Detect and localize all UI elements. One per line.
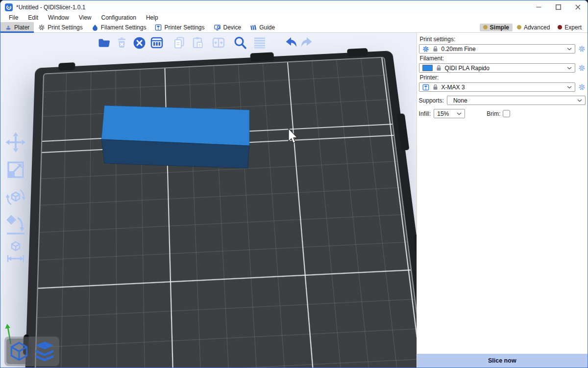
- view-mode-toggle: [4, 337, 59, 366]
- filament-icon: [92, 24, 98, 31]
- infill-label: Infill:: [419, 110, 431, 117]
- place-on-face-tool-button[interactable]: [4, 212, 27, 237]
- printer-icon: [155, 24, 162, 31]
- 3d-editor-cube-icon: [9, 341, 29, 362]
- redo-button[interactable]: [300, 35, 314, 51]
- bed-notch: [396, 113, 409, 150]
- copy-icon: [172, 36, 186, 50]
- gear-icon: [578, 64, 586, 72]
- filament-color-swatch: [422, 65, 433, 71]
- scale-tool-button[interactable]: [4, 158, 27, 182]
- menu-view[interactable]: View: [74, 14, 97, 22]
- preview-layers-icon: [33, 340, 56, 363]
- guide-books-icon: [250, 24, 257, 31]
- maximize-button[interactable]: [548, 0, 568, 14]
- advanced-mode-dot-icon: [517, 25, 521, 29]
- copy-button[interactable]: [172, 35, 186, 51]
- printer-label: Printer:: [420, 74, 585, 81]
- menu-bar: File Edit Window View Configuration Help: [0, 14, 588, 22]
- arrange-button[interactable]: [150, 35, 164, 51]
- delete-button[interactable]: [115, 35, 128, 51]
- split-panes-icon: [212, 36, 225, 50]
- redo-arrow-icon: [300, 36, 314, 50]
- editor-view-button[interactable]: [6, 339, 32, 364]
- print-settings-gear-button[interactable]: [578, 45, 586, 53]
- lock-icon: [436, 65, 441, 71]
- menu-window[interactable]: Window: [43, 14, 74, 22]
- mode-switcher: Simple Advanced Expert: [480, 22, 588, 32]
- filament-select[interactable]: QIDI PLA Rapido: [419, 63, 575, 73]
- tab-bar: Plater Print Settings Filament Settings …: [0, 22, 588, 33]
- mode-advanced[interactable]: Advanced: [514, 24, 553, 31]
- supports-label: Supports:: [419, 97, 444, 104]
- gear-icon: [38, 24, 45, 31]
- 3d-viewport[interactable]: [0, 33, 416, 368]
- bed-clip: [347, 48, 368, 56]
- print-settings-select[interactable]: 0.20mm Fine: [419, 44, 575, 53]
- printer-icon: [422, 84, 429, 91]
- move-tool-button[interactable]: [4, 130, 27, 154]
- measure-icon: [4, 240, 27, 264]
- slice-now-button[interactable]: Slice now: [417, 354, 588, 368]
- window-title: *Untitled - QIDISlicer-1.0.1: [16, 4, 85, 11]
- title-bar: *Untitled - QIDISlicer-1.0.1: [0, 0, 588, 14]
- model-box[interactable]: [101, 105, 249, 168]
- search-icon: [233, 36, 247, 50]
- menu-help[interactable]: Help: [141, 14, 163, 22]
- infill-select[interactable]: 15%: [434, 109, 465, 118]
- brim-label: Brim:: [487, 110, 500, 117]
- rotate-tool-button[interactable]: [4, 185, 27, 209]
- brim-checkbox[interactable]: [503, 110, 510, 117]
- variable-layer-height-button[interactable]: [253, 35, 267, 51]
- chevron-down-icon: [567, 86, 572, 89]
- split-view-button[interactable]: [212, 35, 225, 51]
- undo-arrow-icon: [284, 36, 298, 50]
- mode-simple[interactable]: Simple: [480, 24, 513, 31]
- filament-gear-button[interactable]: [578, 64, 586, 72]
- app-window: *Untitled - QIDISlicer-1.0.1 File Edit W…: [0, 0, 588, 368]
- chevron-down-icon: [567, 48, 572, 51]
- menu-file[interactable]: File: [4, 14, 23, 22]
- menu-configuration[interactable]: Configuration: [97, 14, 141, 22]
- place-on-face-icon: [4, 212, 27, 237]
- menu-edit[interactable]: Edit: [23, 14, 43, 22]
- paste-button[interactable]: [191, 35, 205, 51]
- close-button[interactable]: [568, 0, 588, 14]
- tab-filament-settings[interactable]: Filament Settings: [87, 22, 151, 32]
- print-settings-label: Print settings:: [420, 36, 585, 43]
- settings-sidebar: Print settings: 0.20mm Fine Filament: QI…: [416, 33, 588, 368]
- move-icon: [4, 131, 27, 154]
- layers-lines-icon: [253, 36, 267, 50]
- supports-select[interactable]: None: [447, 96, 586, 105]
- plater-icon: [5, 24, 12, 31]
- device-monitor-icon: [214, 24, 221, 31]
- simple-mode-dot-icon: [483, 25, 488, 29]
- app-logo-icon: [5, 3, 13, 11]
- chevron-down-icon: [567, 67, 572, 70]
- open-project-button[interactable]: [97, 35, 111, 51]
- trash-icon: [115, 36, 128, 50]
- paste-icon: [191, 36, 205, 50]
- search-button[interactable]: [233, 35, 247, 51]
- plater-toolbar: [97, 35, 314, 51]
- chevron-down-icon: [577, 99, 582, 102]
- filament-label: Filament:: [420, 55, 585, 62]
- minimize-button[interactable]: [529, 0, 548, 14]
- printer-gear-button[interactable]: [578, 83, 586, 91]
- tab-print-settings[interactable]: Print Settings: [34, 22, 87, 32]
- open-folder-icon: [98, 36, 111, 50]
- delete-all-button[interactable]: [132, 35, 146, 51]
- mode-expert[interactable]: Expert: [554, 24, 585, 31]
- bed-clip: [250, 52, 274, 62]
- tab-plater[interactable]: Plater: [0, 22, 34, 32]
- preview-view-button[interactable]: [32, 339, 57, 364]
- tab-guide[interactable]: Guide: [245, 22, 279, 32]
- undo-button[interactable]: [284, 35, 298, 51]
- measure-tool-button[interactable]: [4, 240, 27, 264]
- tab-printer-settings[interactable]: Printer Settings: [150, 22, 209, 32]
- rotate-icon: [4, 185, 27, 210]
- arrange-icon: [150, 36, 164, 50]
- printer-select[interactable]: X-MAX 3: [419, 82, 575, 92]
- tab-device[interactable]: Device: [209, 22, 246, 32]
- gear-icon: [578, 83, 586, 91]
